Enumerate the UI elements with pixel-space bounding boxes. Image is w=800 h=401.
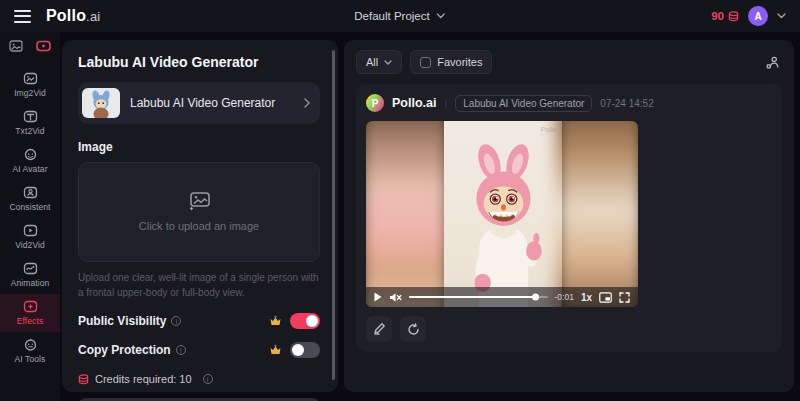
generation-card: P Pollo.ai | Labubu AI Video Generator 0… — [356, 84, 782, 352]
account-chevron-down-icon[interactable] — [777, 13, 786, 19]
video-blur-left — [366, 121, 450, 307]
chevron-down-icon — [384, 60, 392, 65]
model-selector-card[interactable]: Labubu AI Video Generator — [78, 82, 320, 124]
credits-count: 90 — [711, 10, 724, 22]
generator-tag[interactable]: Labubu AI Video Generator — [455, 95, 592, 112]
time-remaining: -0:01 — [555, 292, 574, 302]
generator-form-panel: Labubu AI Video Generator Labubu AI Vide… — [62, 40, 338, 392]
public-visibility-row: Public Visibility i — [78, 313, 320, 329]
top-bar: Pollo.ai Default Project 90 A — [0, 0, 800, 32]
edit-button[interactable] — [366, 316, 392, 342]
premium-crown-icon — [269, 344, 282, 356]
sidebar-item-ai-tools[interactable]: AI Tools — [0, 332, 60, 370]
video-watermark: Pollo — [540, 126, 556, 133]
animation-icon — [23, 262, 38, 276]
video-player[interactable]: Pollo -0:01 1x — [366, 121, 638, 307]
image-section-label: Image — [78, 140, 320, 154]
video-progress-bar[interactable] — [409, 296, 548, 299]
public-visibility-toggle[interactable] — [290, 313, 320, 329]
app-logo[interactable]: Pollo.ai — [46, 7, 100, 25]
public-visibility-label: Public Visibility — [78, 314, 166, 328]
video-blur-right — [556, 121, 638, 307]
project-selector[interactable]: Default Project — [354, 10, 445, 22]
copy-protection-toggle[interactable] — [290, 342, 320, 358]
generation-timestamp: 07-24 14:52 — [600, 98, 653, 109]
sidebar: Img2Vid Txt2Vid AI Avatar Consistent Vid… — [0, 32, 60, 401]
txt2vid-icon — [23, 110, 38, 124]
premium-crown-icon — [269, 315, 282, 327]
playback-speed-button[interactable]: 1x — [581, 292, 592, 303]
copy-protection-row: Copy Protection i — [78, 342, 320, 358]
model-card-label: Labubu AI Video Generator — [130, 96, 294, 110]
favorites-checkbox[interactable] — [420, 57, 431, 68]
sidebar-item-animation[interactable]: Animation — [0, 256, 60, 294]
video-frame: Pollo — [444, 121, 562, 307]
info-icon[interactable]: i — [171, 316, 181, 326]
credits-balance[interactable]: 90 — [711, 10, 739, 22]
chevron-down-icon — [437, 13, 446, 19]
sidebar-item-txt2vid[interactable]: Txt2Vid — [0, 104, 60, 142]
form-title: Labubu AI Video Generator — [78, 54, 320, 70]
favorites-label: Favorites — [437, 56, 482, 68]
model-thumbnail — [82, 88, 120, 118]
results-panel: All Favorites P Pollo.ai | Labubu AI Vid… — [344, 40, 794, 392]
credits-icon — [78, 374, 89, 385]
upload-image-icon — [188, 192, 210, 211]
video-mode-icon[interactable] — [36, 40, 51, 52]
person-select-icon[interactable] — [763, 53, 782, 72]
labubu-character — [444, 121, 562, 307]
chevron-right-icon — [304, 98, 310, 108]
image-upload-dropzone[interactable]: Click to upload an image — [78, 162, 320, 262]
sidebar-item-img2vid[interactable]: Img2Vid — [0, 66, 60, 104]
copy-protection-label: Copy Protection — [78, 343, 171, 357]
favorites-filter[interactable]: Favorites — [410, 50, 492, 74]
effects-icon — [23, 300, 38, 314]
vid2vid-icon — [23, 224, 38, 238]
credits-required-text: Credits required: 10 — [95, 373, 192, 385]
info-icon[interactable]: i — [203, 374, 213, 384]
sidebar-item-vid2vid[interactable]: Vid2Vid — [0, 218, 60, 256]
user-avatar[interactable]: A — [748, 6, 768, 26]
menu-icon[interactable] — [14, 10, 31, 23]
consistent-icon — [23, 186, 38, 200]
filter-all-label: All — [366, 56, 378, 68]
sidebar-item-ai-avatar[interactable]: AI Avatar — [0, 142, 60, 180]
pollo-logo-icon: P — [366, 94, 384, 112]
progress-handle[interactable] — [532, 294, 539, 301]
credits-icon — [728, 11, 739, 22]
ai-avatar-icon — [23, 148, 38, 162]
info-icon[interactable]: i — [176, 345, 186, 355]
sidebar-item-effects[interactable]: Effects — [0, 294, 60, 332]
video-controls-bar: -0:01 1x — [366, 287, 638, 307]
img2vid-icon — [23, 72, 38, 86]
pencil-icon — [373, 323, 385, 335]
refresh-icon — [407, 323, 420, 336]
volume-muted-icon[interactable] — [389, 292, 402, 303]
regenerate-button[interactable] — [400, 316, 426, 342]
picture-in-picture-icon[interactable] — [599, 292, 612, 303]
upload-hint: Click to upload an image — [139, 220, 259, 232]
brand-name: Pollo.ai — [392, 96, 436, 110]
play-icon[interactable] — [374, 292, 382, 302]
project-selector-label: Default Project — [354, 10, 429, 22]
upload-helper-text: Upload one clear, well-lit image of a si… — [78, 270, 320, 300]
sidebar-item-consistent[interactable]: Consistent — [0, 180, 60, 218]
image-mode-icon[interactable] — [9, 40, 23, 52]
filter-all-dropdown[interactable]: All — [356, 50, 402, 74]
divider: | — [444, 97, 447, 109]
ai-tools-icon — [23, 338, 38, 352]
form-panel-scrollbar[interactable] — [332, 50, 335, 380]
fullscreen-icon[interactable] — [619, 292, 630, 303]
credits-required-row: Credits required: 10 i — [78, 373, 320, 385]
